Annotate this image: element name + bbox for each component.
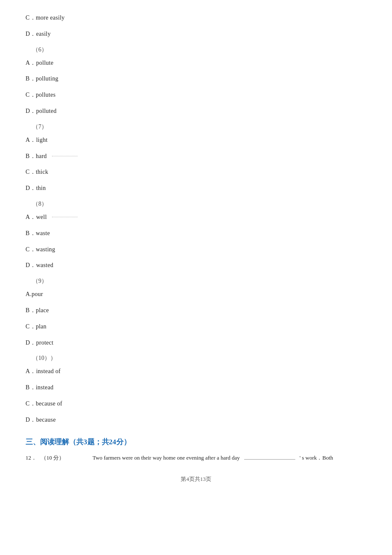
option-7a: A．light <box>26 135 366 145</box>
option-8d: D．wasted <box>26 260 366 270</box>
option-9a: A.pour <box>26 289 366 299</box>
q12-number: 12． <box>26 453 37 463</box>
option-7d: D．thin <box>26 183 366 193</box>
option-10a: A．instead of <box>26 366 366 377</box>
option-9d: D．protect <box>26 338 366 348</box>
option-8b: B．waste <box>26 228 366 239</box>
question-10-label: （10）） <box>32 354 366 362</box>
option-6a: A．pollute <box>26 58 366 68</box>
dotted-line-8a <box>52 217 78 217</box>
section3-header: 三、阅读理解（共3题；共24分） <box>26 437 366 447</box>
option-10b: B．instead <box>26 382 366 393</box>
question-6-label: （6） <box>32 46 366 54</box>
option-7b: B．hard <box>26 151 366 161</box>
page-info: 第4页共13页 <box>181 476 211 482</box>
dotted-line-7b <box>52 156 78 156</box>
question-12-line: 12． （10 分） Two farmers were on their way… <box>26 453 366 463</box>
option-d-easily: D．easily <box>26 29 366 39</box>
question-8-label: （8） <box>32 200 366 208</box>
q12-score: （10 分） <box>41 453 64 463</box>
question-7-label: （7） <box>32 123 366 131</box>
q12-text-end: ' s work．Both <box>300 453 333 463</box>
option-c-more-easily: C．more easily <box>26 13 366 23</box>
option-8a: A．well <box>26 212 366 222</box>
option-6d: D．polluted <box>26 106 366 116</box>
option-6b: B．polluting <box>26 74 366 84</box>
question-9-label: （9） <box>32 277 366 285</box>
option-10d: D．because <box>26 415 366 425</box>
option-9c: C．plan <box>26 322 366 332</box>
q12-space <box>244 459 295 460</box>
option-7c: C．thick <box>26 167 366 177</box>
option-6c: C．pollutes <box>26 90 366 100</box>
option-10c: C．because of <box>26 399 366 409</box>
option-9b: B．place <box>26 305 366 316</box>
option-8c: C．wasting <box>26 244 366 255</box>
page-footer: 第4页共13页 <box>26 475 366 483</box>
q12-text-start: Two farmers were on their way home one e… <box>92 453 240 463</box>
